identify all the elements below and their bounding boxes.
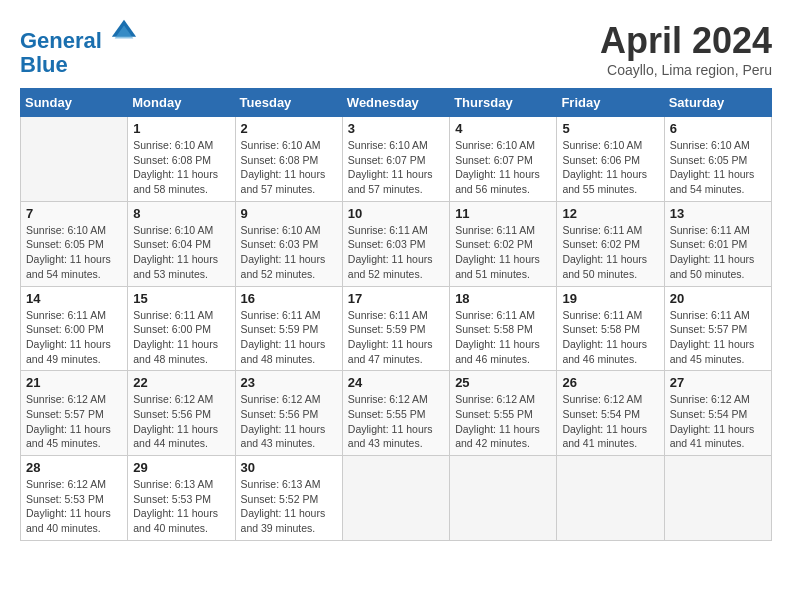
- day-number: 6: [670, 121, 766, 136]
- day-number: 12: [562, 206, 658, 221]
- day-number: 30: [241, 460, 337, 475]
- calendar-cell: 26Sunrise: 6:12 AM Sunset: 5:54 PM Dayli…: [557, 371, 664, 456]
- day-number: 17: [348, 291, 444, 306]
- calendar-week-row: 1Sunrise: 6:10 AM Sunset: 6:08 PM Daylig…: [21, 117, 772, 202]
- calendar-cell: 17Sunrise: 6:11 AM Sunset: 5:59 PM Dayli…: [342, 286, 449, 371]
- calendar-cell: 24Sunrise: 6:12 AM Sunset: 5:55 PM Dayli…: [342, 371, 449, 456]
- day-number: 26: [562, 375, 658, 390]
- day-info: Sunrise: 6:12 AM Sunset: 5:55 PM Dayligh…: [455, 392, 551, 451]
- calendar-cell: [664, 456, 771, 541]
- day-info: Sunrise: 6:10 AM Sunset: 6:08 PM Dayligh…: [241, 138, 337, 197]
- calendar-cell: 27Sunrise: 6:12 AM Sunset: 5:54 PM Dayli…: [664, 371, 771, 456]
- day-info: Sunrise: 6:12 AM Sunset: 5:54 PM Dayligh…: [670, 392, 766, 451]
- column-header-tuesday: Tuesday: [235, 89, 342, 117]
- column-header-wednesday: Wednesday: [342, 89, 449, 117]
- calendar-cell: 8Sunrise: 6:10 AM Sunset: 6:04 PM Daylig…: [128, 201, 235, 286]
- day-number: 9: [241, 206, 337, 221]
- day-info: Sunrise: 6:13 AM Sunset: 5:53 PM Dayligh…: [133, 477, 229, 536]
- calendar-cell: 23Sunrise: 6:12 AM Sunset: 5:56 PM Dayli…: [235, 371, 342, 456]
- day-number: 7: [26, 206, 122, 221]
- day-info: Sunrise: 6:10 AM Sunset: 6:05 PM Dayligh…: [26, 223, 122, 282]
- day-number: 21: [26, 375, 122, 390]
- day-number: 1: [133, 121, 229, 136]
- day-number: 19: [562, 291, 658, 306]
- logo-text: General: [20, 20, 138, 53]
- day-info: Sunrise: 6:10 AM Sunset: 6:05 PM Dayligh…: [670, 138, 766, 197]
- day-info: Sunrise: 6:11 AM Sunset: 5:59 PM Dayligh…: [241, 308, 337, 367]
- calendar-cell: 3Sunrise: 6:10 AM Sunset: 6:07 PM Daylig…: [342, 117, 449, 202]
- day-info: Sunrise: 6:11 AM Sunset: 6:00 PM Dayligh…: [26, 308, 122, 367]
- day-info: Sunrise: 6:12 AM Sunset: 5:56 PM Dayligh…: [133, 392, 229, 451]
- calendar-cell: 22Sunrise: 6:12 AM Sunset: 5:56 PM Dayli…: [128, 371, 235, 456]
- calendar-cell: 25Sunrise: 6:12 AM Sunset: 5:55 PM Dayli…: [450, 371, 557, 456]
- calendar-cell: 19Sunrise: 6:11 AM Sunset: 5:58 PM Dayli…: [557, 286, 664, 371]
- day-info: Sunrise: 6:10 AM Sunset: 6:06 PM Dayligh…: [562, 138, 658, 197]
- day-info: Sunrise: 6:11 AM Sunset: 5:59 PM Dayligh…: [348, 308, 444, 367]
- calendar-cell: [21, 117, 128, 202]
- calendar-cell: 1Sunrise: 6:10 AM Sunset: 6:08 PM Daylig…: [128, 117, 235, 202]
- location: Coayllo, Lima region, Peru: [600, 62, 772, 78]
- calendar-cell: 16Sunrise: 6:11 AM Sunset: 5:59 PM Dayli…: [235, 286, 342, 371]
- day-info: Sunrise: 6:10 AM Sunset: 6:03 PM Dayligh…: [241, 223, 337, 282]
- month-title: April 2024: [600, 20, 772, 62]
- day-number: 2: [241, 121, 337, 136]
- day-info: Sunrise: 6:12 AM Sunset: 5:57 PM Dayligh…: [26, 392, 122, 451]
- day-info: Sunrise: 6:13 AM Sunset: 5:52 PM Dayligh…: [241, 477, 337, 536]
- day-number: 24: [348, 375, 444, 390]
- column-header-thursday: Thursday: [450, 89, 557, 117]
- day-info: Sunrise: 6:11 AM Sunset: 5:58 PM Dayligh…: [455, 308, 551, 367]
- calendar-table: SundayMondayTuesdayWednesdayThursdayFrid…: [20, 88, 772, 541]
- day-number: 8: [133, 206, 229, 221]
- calendar-cell: 4Sunrise: 6:10 AM Sunset: 6:07 PM Daylig…: [450, 117, 557, 202]
- day-number: 16: [241, 291, 337, 306]
- day-number: 10: [348, 206, 444, 221]
- day-info: Sunrise: 6:10 AM Sunset: 6:08 PM Dayligh…: [133, 138, 229, 197]
- day-number: 20: [670, 291, 766, 306]
- logo: General Blue: [20, 20, 138, 77]
- calendar-week-row: 28Sunrise: 6:12 AM Sunset: 5:53 PM Dayli…: [21, 456, 772, 541]
- day-info: Sunrise: 6:11 AM Sunset: 5:57 PM Dayligh…: [670, 308, 766, 367]
- day-info: Sunrise: 6:11 AM Sunset: 6:03 PM Dayligh…: [348, 223, 444, 282]
- day-number: 14: [26, 291, 122, 306]
- calendar-cell: 14Sunrise: 6:11 AM Sunset: 6:00 PM Dayli…: [21, 286, 128, 371]
- day-info: Sunrise: 6:12 AM Sunset: 5:56 PM Dayligh…: [241, 392, 337, 451]
- logo-text-blue: Blue: [20, 53, 138, 77]
- day-info: Sunrise: 6:12 AM Sunset: 5:54 PM Dayligh…: [562, 392, 658, 451]
- day-info: Sunrise: 6:11 AM Sunset: 5:58 PM Dayligh…: [562, 308, 658, 367]
- calendar-cell: 21Sunrise: 6:12 AM Sunset: 5:57 PM Dayli…: [21, 371, 128, 456]
- calendar-cell: 30Sunrise: 6:13 AM Sunset: 5:52 PM Dayli…: [235, 456, 342, 541]
- calendar-week-row: 14Sunrise: 6:11 AM Sunset: 6:00 PM Dayli…: [21, 286, 772, 371]
- calendar-cell: 15Sunrise: 6:11 AM Sunset: 6:00 PM Dayli…: [128, 286, 235, 371]
- title-area: April 2024 Coayllo, Lima region, Peru: [600, 20, 772, 78]
- calendar-cell: 13Sunrise: 6:11 AM Sunset: 6:01 PM Dayli…: [664, 201, 771, 286]
- calendar-cell: 10Sunrise: 6:11 AM Sunset: 6:03 PM Dayli…: [342, 201, 449, 286]
- day-info: Sunrise: 6:11 AM Sunset: 6:00 PM Dayligh…: [133, 308, 229, 367]
- calendar-cell: [557, 456, 664, 541]
- day-info: Sunrise: 6:10 AM Sunset: 6:07 PM Dayligh…: [348, 138, 444, 197]
- day-info: Sunrise: 6:11 AM Sunset: 6:02 PM Dayligh…: [455, 223, 551, 282]
- calendar-cell: 2Sunrise: 6:10 AM Sunset: 6:08 PM Daylig…: [235, 117, 342, 202]
- calendar-week-row: 21Sunrise: 6:12 AM Sunset: 5:57 PM Dayli…: [21, 371, 772, 456]
- day-number: 5: [562, 121, 658, 136]
- calendar-cell: 5Sunrise: 6:10 AM Sunset: 6:06 PM Daylig…: [557, 117, 664, 202]
- day-info: Sunrise: 6:12 AM Sunset: 5:55 PM Dayligh…: [348, 392, 444, 451]
- calendar-cell: [450, 456, 557, 541]
- day-number: 29: [133, 460, 229, 475]
- calendar-cell: 29Sunrise: 6:13 AM Sunset: 5:53 PM Dayli…: [128, 456, 235, 541]
- day-number: 11: [455, 206, 551, 221]
- calendar-cell: 11Sunrise: 6:11 AM Sunset: 6:02 PM Dayli…: [450, 201, 557, 286]
- column-header-sunday: Sunday: [21, 89, 128, 117]
- calendar-cell: 7Sunrise: 6:10 AM Sunset: 6:05 PM Daylig…: [21, 201, 128, 286]
- day-number: 23: [241, 375, 337, 390]
- calendar-week-row: 7Sunrise: 6:10 AM Sunset: 6:05 PM Daylig…: [21, 201, 772, 286]
- day-number: 15: [133, 291, 229, 306]
- day-number: 25: [455, 375, 551, 390]
- day-number: 28: [26, 460, 122, 475]
- day-number: 18: [455, 291, 551, 306]
- day-number: 13: [670, 206, 766, 221]
- calendar-cell: 6Sunrise: 6:10 AM Sunset: 6:05 PM Daylig…: [664, 117, 771, 202]
- calendar-cell: [342, 456, 449, 541]
- column-header-saturday: Saturday: [664, 89, 771, 117]
- calendar-cell: 18Sunrise: 6:11 AM Sunset: 5:58 PM Dayli…: [450, 286, 557, 371]
- page-header: General Blue April 2024 Coayllo, Lima re…: [20, 20, 772, 78]
